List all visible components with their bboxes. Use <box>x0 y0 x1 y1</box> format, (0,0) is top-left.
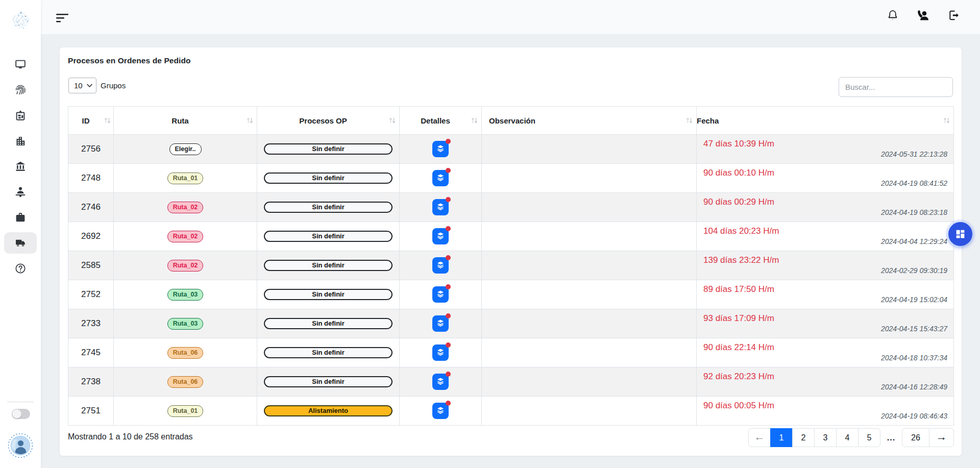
truck-icon <box>14 237 27 249</box>
ruta-badge[interactable]: Ruta_02 <box>167 202 204 213</box>
sidebar-item-buildings[interactable] <box>4 130 37 152</box>
page-size-select[interactable]: 10 <box>68 78 96 93</box>
cell-observacion <box>482 251 697 280</box>
sidebar-item-person-desk[interactable] <box>4 181 37 203</box>
ruta-badge[interactable]: Ruta_03 <box>167 289 204 301</box>
orders-card: Procesos en Ordenes de Pedido 10 Grupos … <box>60 47 962 456</box>
table-row: 2745Ruta_06Sin definir90 días 22:14 H/m2… <box>68 338 954 367</box>
proceso-button[interactable]: Sin definir <box>264 318 393 329</box>
cell-observacion <box>482 309 697 338</box>
notification-dot <box>446 226 451 231</box>
proceso-button[interactable]: Sin definir <box>264 173 393 184</box>
app-logo-icon <box>10 10 32 32</box>
cell-fecha: 90 días 22:14 H/m2024-04-18 10:37:34 <box>697 338 954 367</box>
ruta-badge[interactable]: Ruta_01 <box>167 173 204 184</box>
table-row: 2692Ruta_02Sin definir104 días 20:23 H/m… <box>68 222 954 251</box>
topbar <box>41 0 980 34</box>
sidebar-item-bank[interactable] <box>4 156 37 177</box>
sort-icon <box>388 116 396 125</box>
layers-icon <box>436 205 445 213</box>
sort-icon <box>471 116 478 125</box>
pagination-prev-arrow[interactable]: ← <box>748 428 771 447</box>
detalles-button[interactable] <box>432 199 449 215</box>
search-input[interactable] <box>839 77 953 97</box>
column-label: Observación <box>489 116 535 125</box>
column-label: Ruta <box>172 116 188 125</box>
cell-proceso: Sin definir <box>257 338 400 367</box>
cell-observacion <box>482 222 697 251</box>
pagination-ellipsis: ... <box>880 428 902 447</box>
proceso-button[interactable]: Sin definir <box>264 260 393 271</box>
ruta-badge[interactable]: Ruta_06 <box>167 347 204 359</box>
page-size-value: 10 <box>74 81 83 90</box>
detalles-button[interactable] <box>432 315 449 332</box>
logout-icon[interactable] <box>947 9 960 21</box>
detalles-button[interactable] <box>432 228 449 244</box>
layers-icon <box>436 234 445 242</box>
sidebar-item-help[interactable] <box>4 258 37 279</box>
pagination-page-3[interactable]: 3 <box>814 428 837 447</box>
pagination-next-arrow[interactable]: → <box>929 428 954 447</box>
cell-id: 2746 <box>68 193 114 222</box>
pagination-page-4[interactable]: 4 <box>836 428 859 447</box>
sidebar-item-monitor[interactable] <box>4 54 37 75</box>
notification-dot <box>446 284 451 289</box>
notification-dot <box>446 401 451 406</box>
detalles-button[interactable] <box>432 170 449 186</box>
pagination-page-26[interactable]: 26 <box>902 428 929 447</box>
cell-id: 2751 <box>68 397 114 426</box>
pagination-page-5[interactable]: 5 <box>858 428 880 447</box>
pagination-page-1[interactable]: 1 <box>770 428 793 447</box>
bank-icon <box>14 160 27 173</box>
fecha-timestamp: 2024-05-31 22:13:28 <box>881 150 947 158</box>
ruta-badge[interactable]: Ruta_03 <box>167 318 204 330</box>
ruta-badge[interactable]: Ruta_02 <box>167 231 204 242</box>
column-header-proc[interactable]: Procesos OP <box>257 107 400 135</box>
theme-toggle[interactable] <box>12 409 30 419</box>
cell-ruta: Ruta_02 <box>114 193 257 222</box>
ruta-badge[interactable]: Ruta_02 <box>167 260 204 272</box>
sidebar-item-framed-blocks[interactable] <box>4 105 37 126</box>
proceso-button[interactable]: Sin definir <box>264 231 393 242</box>
detalles-button[interactable] <box>432 286 449 303</box>
bell-icon[interactable] <box>887 9 899 21</box>
fecha-duration: 47 días 10:39 H/m <box>703 139 774 149</box>
proceso-button[interactable]: Sin definir <box>264 347 393 358</box>
cell-observacion <box>482 280 697 309</box>
sidebar-item-fingerprint[interactable] <box>4 79 37 101</box>
cell-proceso: Sin definir <box>257 164 400 193</box>
toggle-knob <box>12 409 21 418</box>
column-header-det[interactable]: Detalles <box>400 107 482 135</box>
detalles-button[interactable] <box>432 257 449 274</box>
column-header-ruta[interactable]: Ruta <box>114 107 257 135</box>
sidebar-item-truck[interactable] <box>4 232 37 254</box>
proceso-button[interactable]: Sin definir <box>264 143 393 155</box>
ruta-badge[interactable]: Ruta_01 <box>167 405 204 417</box>
column-header-obs[interactable]: Observación <box>482 107 697 135</box>
column-header-id[interactable]: ID <box>68 107 114 135</box>
detalles-button[interactable] <box>432 403 449 419</box>
fab-dashboard-button[interactable] <box>948 222 972 246</box>
column-label: Fecha <box>697 116 719 125</box>
person-waving-icon[interactable] <box>917 9 929 21</box>
detalles-button[interactable] <box>432 344 449 361</box>
proceso-button[interactable]: Sin definir <box>264 376 393 387</box>
pagination-page-2[interactable]: 2 <box>792 428 815 447</box>
column-header-fecha[interactable]: Fecha <box>697 107 954 135</box>
detalles-button[interactable] <box>432 141 449 157</box>
detalles-button[interactable] <box>432 374 449 390</box>
menu-button[interactable] <box>56 12 70 24</box>
fecha-duration: 139 días 23:22 H/m <box>703 255 779 265</box>
proceso-button[interactable]: Sin definir <box>264 202 393 213</box>
proceso-button[interactable]: Alistamiento <box>264 405 393 416</box>
cell-proceso: Sin definir <box>257 367 400 397</box>
cell-observacion <box>482 193 697 222</box>
ruta-badge[interactable]: Ruta_06 <box>167 376 204 388</box>
cell-detalles <box>400 280 482 309</box>
user-avatar[interactable] <box>8 433 33 458</box>
sidebar-item-briefcase[interactable] <box>4 207 37 228</box>
ruta-badge[interactable]: Elegir.. <box>169 143 202 155</box>
proceso-button[interactable]: Sin definir <box>264 289 393 300</box>
cell-id: 2752 <box>68 280 114 309</box>
fecha-timestamp: 2024-04-16 12:28:49 <box>881 383 947 391</box>
